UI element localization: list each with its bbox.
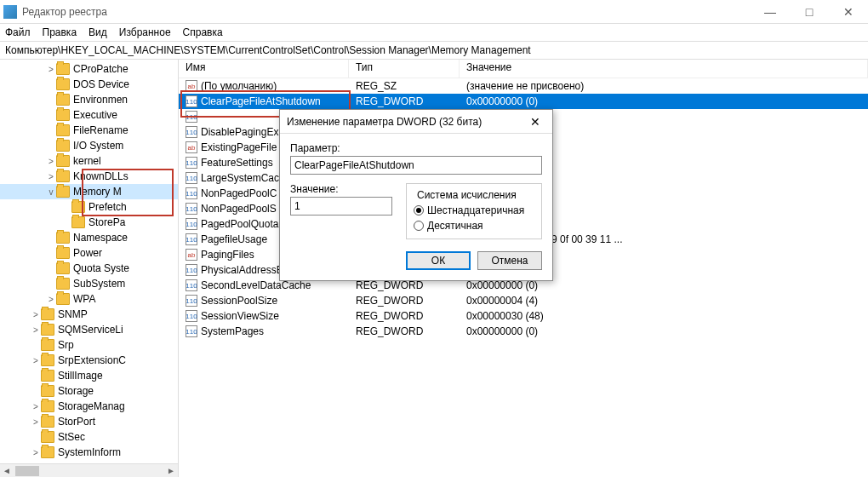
folder-icon — [41, 370, 54, 382]
menu-favorites[interactable]: Избранное — [119, 26, 171, 38]
expander-icon[interactable]: > — [46, 172, 56, 181]
tree-item[interactable]: Quota Syste — [0, 261, 178, 276]
expander-icon[interactable]: > — [46, 65, 56, 74]
tree-item[interactable]: Executive — [0, 107, 178, 123]
dword-value-icon: 110 — [186, 187, 197, 199]
tree-item-label: kernel — [73, 155, 101, 167]
tree-item[interactable]: vMemory M — [0, 184, 178, 199]
radio-icon — [414, 205, 424, 216]
radix-dec-option[interactable]: Десятичная — [414, 220, 534, 232]
value-name: LargeSystemCac — [201, 172, 279, 184]
folder-icon — [56, 124, 70, 136]
dword-value-icon: 110 — [186, 172, 197, 184]
tree-item[interactable]: StSec — [0, 429, 178, 445]
tree-item-label: SubSystem — [73, 278, 125, 290]
tree-item[interactable]: StorePa — [0, 215, 178, 230]
tree-item[interactable]: Environmen — [0, 92, 178, 107]
folder-icon — [56, 262, 70, 274]
value-row[interactable]: 110ClearPageFileAtShutdownREG_DWORD0x000… — [179, 94, 868, 109]
value-row[interactable]: ab(По умолчанию)REG_SZ(значение не присв… — [179, 78, 868, 94]
tree-item-label: StillImage — [58, 370, 103, 382]
menu-edit[interactable]: Правка — [43, 26, 77, 38]
tree-item[interactable]: Namespace — [0, 230, 178, 245]
tree-item[interactable]: Storage — [0, 383, 178, 399]
menu-help[interactable]: Справка — [183, 26, 223, 38]
value-label: Значение: — [290, 183, 392, 195]
scroll-left-icon[interactable]: ◄ — [0, 464, 14, 478]
tree-item[interactable]: >WPA — [0, 291, 178, 307]
col-name[interactable]: Имя — [179, 60, 349, 78]
dialog-close-button[interactable]: ✕ — [525, 115, 545, 129]
scroll-thumb[interactable] — [15, 466, 39, 476]
expander-icon[interactable]: > — [46, 295, 56, 304]
value-type: REG_DWORD — [349, 310, 460, 322]
dword-value-icon: 110 — [186, 218, 197, 230]
tree-scrollbar-h[interactable]: ◄ ► — [0, 463, 178, 477]
value-type: REG_SZ — [349, 80, 460, 92]
tree-item[interactable]: >SystemInform — [0, 445, 178, 460]
tree-item[interactable]: StillImage — [0, 368, 178, 383]
expander-icon[interactable]: > — [31, 417, 41, 427]
value-row[interactable]: 110SessionPoolSizeREG_DWORD0x00000004 (4… — [179, 293, 868, 308]
folder-icon — [56, 94, 70, 106]
expander-icon[interactable]: > — [46, 157, 56, 166]
expander-icon[interactable]: > — [31, 356, 41, 365]
maximize-button[interactable]: □ — [790, 0, 829, 24]
expander-icon[interactable]: > — [31, 325, 41, 335]
value-name: SessionViewSize — [201, 310, 279, 322]
tree-item[interactable]: >kernel — [0, 153, 178, 169]
tree-item[interactable]: SubSystem — [0, 276, 178, 291]
tree-item[interactable]: I/O System — [0, 138, 178, 153]
value-input[interactable] — [290, 197, 392, 216]
expander-icon[interactable]: > — [31, 402, 41, 411]
value-name: NonPagedPoolC — [201, 187, 277, 199]
tree-item[interactable]: >SQMServiceLi — [0, 322, 178, 337]
tree-item[interactable]: >SNMP — [0, 307, 178, 322]
cancel-button[interactable]: Отмена — [477, 251, 542, 270]
value-name: SessionPoolSize — [201, 295, 277, 307]
tree-panel[interactable]: >CProPatcheDOS DeviceEnvironmenExecutive… — [0, 60, 179, 477]
folder-icon — [41, 354, 54, 366]
value-type: REG_DWORD — [349, 325, 460, 337]
tree-item[interactable]: Prefetch — [0, 199, 178, 215]
tree-item-label: StorePa — [89, 216, 125, 228]
dword-value-icon: 110 — [186, 157, 197, 169]
folder-icon — [56, 278, 70, 290]
folder-icon — [41, 339, 54, 351]
tree-item[interactable]: >KnownDLLs — [0, 169, 178, 184]
value-data: 0x00000030 (48) — [460, 310, 868, 322]
scroll-right-icon[interactable]: ► — [164, 464, 178, 478]
folder-icon — [56, 247, 70, 259]
value-row[interactable]: 110SystemPagesREG_DWORD0x00000000 (0) — [179, 324, 868, 339]
tree-item[interactable]: DOS Device — [0, 77, 178, 92]
dword-value-icon: 110 — [186, 203, 197, 215]
col-type[interactable]: Тип — [349, 60, 460, 78]
tree-item[interactable]: Srp — [0, 337, 178, 353]
tree-item[interactable]: FileRename — [0, 123, 178, 138]
radix-hex-option[interactable]: Шестнадцатеричная — [414, 204, 534, 216]
ok-button[interactable]: ОК — [406, 251, 471, 270]
expander-icon[interactable]: v — [46, 187, 56, 197]
tree-item[interactable]: >CProPatche — [0, 61, 178, 77]
dialog-titlebar[interactable]: Изменение параметра DWORD (32 бита) ✕ — [280, 110, 552, 134]
expander-icon[interactable]: > — [31, 448, 41, 457]
address-bar[interactable]: Компьютер\HKEY_LOCAL_MACHINE\SYSTEM\Curr… — [0, 41, 868, 60]
dword-value-icon: 110 — [186, 279, 197, 291]
tree-item[interactable]: >StorPort — [0, 414, 178, 429]
expander-icon[interactable]: > — [31, 310, 41, 319]
tree-item[interactable]: >SrpExtensionC — [0, 353, 178, 368]
app-icon — [3, 5, 17, 19]
tree-item[interactable]: Power — [0, 245, 178, 261]
minimize-button[interactable]: — — [751, 0, 790, 24]
value-row[interactable]: 110SessionViewSizeREG_DWORD0x00000030 (4… — [179, 308, 868, 324]
tree-item-label: I/O System — [73, 140, 123, 152]
col-value[interactable]: Значение — [460, 60, 868, 78]
dword-value-icon: 110 — [186, 111, 197, 123]
close-button[interactable]: ✕ — [829, 0, 868, 24]
menu-file[interactable]: Файл — [5, 26, 31, 38]
folder-icon — [41, 446, 54, 458]
tree-item[interactable]: >StorageManag — [0, 399, 178, 414]
value-name: NonPagedPoolS — [201, 203, 277, 215]
menu-view[interactable]: Вид — [89, 26, 107, 38]
tree-item-label: SystemInform — [58, 446, 121, 458]
